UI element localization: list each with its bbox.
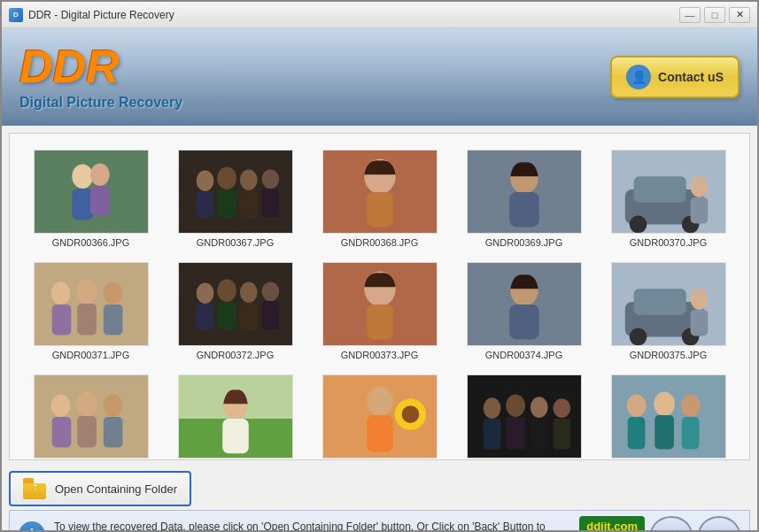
list-item[interactable]: GNDR00367.JPG (163, 143, 307, 255)
svg-point-25 (690, 176, 708, 197)
header: DDR Digital Picture Recovery 👤 Contact u… (2, 28, 757, 126)
svg-rect-40 (239, 303, 257, 330)
list-item[interactable]: GNDR00378.JPG (307, 367, 452, 460)
svg-rect-33 (103, 305, 122, 335)
svg-point-10 (239, 169, 257, 190)
svg-rect-19 (509, 192, 538, 227)
list-item[interactable]: GNDR00368.JPG (307, 143, 452, 255)
svg-rect-45 (367, 305, 393, 339)
svg-rect-36 (196, 304, 213, 330)
image-label: GNDR00369.JPG (485, 237, 562, 248)
window-title: DDR - Digital Picture Recovery (28, 9, 174, 21)
list-item[interactable]: GNDR00380.JPG (596, 367, 740, 460)
list-item[interactable]: GNDR00371.JPG (19, 255, 163, 367)
svg-rect-42 (261, 301, 279, 329)
titlebar-left: D DDR - Digital Picture Recovery (9, 8, 174, 22)
list-item[interactable]: GNDR00369.JPG (452, 143, 596, 255)
image-label: GNDR00366.JPG (52, 237, 129, 248)
forward-button[interactable]: ▶ (698, 516, 740, 532)
svg-point-6 (196, 170, 213, 191)
info-icon: i (19, 521, 45, 532)
svg-rect-11 (239, 190, 257, 218)
close-button[interactable]: ✕ (729, 7, 750, 23)
list-item[interactable]: GNDR00374.JPG (452, 255, 596, 367)
back-button[interactable]: ◀ (650, 516, 693, 532)
minimize-button[interactable]: — (679, 7, 701, 23)
list-item[interactable]: GNDR00370.JPG (596, 143, 740, 255)
titlebar-controls: — □ ✕ (679, 7, 750, 23)
contact-button-label: Contact uS (658, 70, 724, 84)
svg-point-52 (629, 328, 647, 346)
svg-rect-9 (217, 189, 236, 218)
svg-point-76 (553, 398, 570, 418)
list-item[interactable]: GNDR00366.JPG (19, 143, 163, 255)
folder-icon: ↑ (23, 478, 48, 499)
image-label: GNDR00373.JPG (341, 350, 418, 360)
list-item[interactable]: GNDR00372.JPG (163, 255, 307, 367)
svg-rect-51 (633, 289, 685, 315)
svg-rect-60 (51, 417, 71, 447)
open-folder-label: Open Containing Folder (55, 482, 177, 496)
svg-rect-48 (509, 305, 538, 339)
svg-rect-22 (633, 176, 685, 203)
svg-rect-69 (367, 415, 393, 451)
svg-rect-66 (222, 419, 249, 453)
svg-rect-55 (690, 310, 708, 336)
image-label: GNDR00368.JPG (341, 237, 418, 248)
svg-point-75 (530, 397, 547, 418)
contact-icon: 👤 (626, 65, 651, 89)
image-label: GNDR00375.JPG (630, 350, 707, 360)
svg-point-28 (50, 281, 70, 305)
svg-point-73 (483, 397, 500, 419)
svg-rect-16 (367, 192, 393, 227)
app-logo: DDR (19, 43, 182, 89)
image-label: GNDR00371.JPG (52, 350, 129, 360)
svg-point-12 (261, 169, 279, 189)
svg-point-82 (626, 394, 646, 417)
svg-rect-77 (483, 419, 500, 449)
svg-point-83 (654, 391, 675, 416)
svg-rect-78 (506, 417, 525, 449)
svg-rect-85 (627, 417, 645, 449)
svg-point-74 (506, 394, 525, 417)
maximize-button[interactable]: □ (704, 7, 725, 23)
svg-rect-80 (553, 419, 570, 449)
titlebar: D DDR - Digital Picture Recovery — □ ✕ (2, 2, 757, 28)
image-label: GNDR00370.JPG (630, 237, 707, 248)
list-item[interactable]: GNDR00379.JPG (452, 367, 596, 460)
svg-point-8 (217, 166, 236, 189)
svg-point-58 (76, 391, 97, 416)
list-item[interactable]: GNDR00375.JPG (596, 255, 740, 367)
svg-point-68 (367, 387, 393, 416)
svg-rect-13 (261, 189, 279, 217)
status-message: To view the recovered Data, please click… (54, 519, 570, 532)
svg-rect-32 (77, 304, 97, 335)
app-icon: D (9, 8, 23, 22)
ddiit-badge: ddiit.com (579, 516, 645, 532)
app-subtitle: Digital Picture Recovery (19, 95, 182, 111)
ddiit-label: ddiit.com (586, 520, 638, 532)
svg-point-23 (629, 216, 647, 234)
svg-point-57 (50, 394, 70, 417)
svg-rect-26 (690, 197, 708, 224)
svg-rect-87 (681, 417, 699, 449)
svg-rect-61 (77, 416, 97, 447)
svg-rect-79 (530, 418, 547, 449)
list-item[interactable]: GNDR00373.JPG (307, 255, 452, 367)
contact-us-button[interactable]: 👤 Contact uS (610, 56, 740, 98)
svg-point-1 (72, 164, 93, 189)
svg-rect-31 (51, 305, 71, 335)
bottom-section: ↑ Open Containing Folder (9, 467, 750, 510)
svg-point-30 (103, 281, 122, 305)
header-left: DDR Digital Picture Recovery (19, 43, 182, 111)
svg-rect-2 (72, 189, 93, 220)
svg-rect-62 (103, 417, 122, 447)
list-item[interactable]: GNDR00376.JPG (19, 367, 163, 460)
nav-buttons: ddiit.com ◀ ▶ (579, 516, 740, 532)
svg-rect-38 (217, 302, 236, 330)
open-folder-button[interactable]: ↑ Open Containing Folder (9, 471, 191, 506)
svg-point-39 (239, 281, 257, 303)
image-label: GNDR00372.JPG (197, 350, 274, 360)
list-item[interactable]: GNDR00377.JPG (163, 367, 307, 460)
image-gallery: GNDR00366.JPG GNDR00367.JPG GNDR00368.JP… (9, 133, 750, 460)
